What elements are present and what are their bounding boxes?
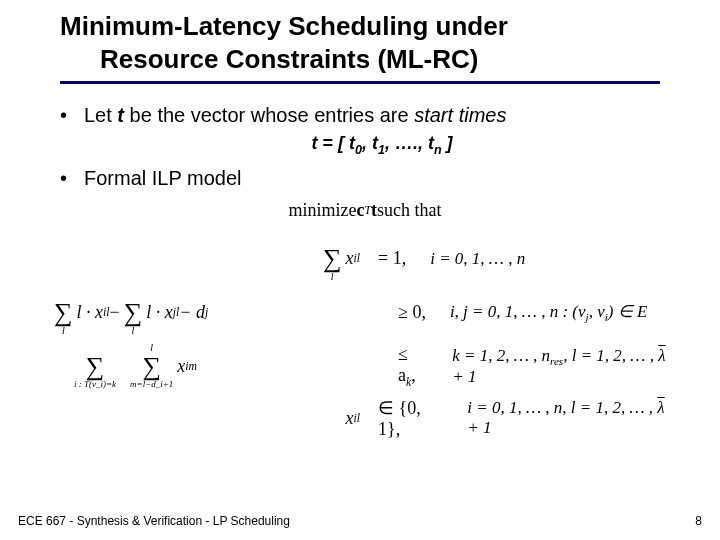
vector-definition: t = [ t0, t1, …., tn ]	[84, 131, 680, 159]
slide: Minimum-Latency Scheduling under Resourc…	[0, 0, 720, 540]
bullet-list: Let t be the vector whose entries are st…	[60, 102, 680, 192]
start-times: start times	[414, 104, 506, 126]
title-line2: Resource Constraints (ML-RC)	[60, 43, 680, 76]
sigma-icon: ∑l	[54, 289, 73, 337]
sigma-icon: ∑i : T(v_i)=k	[74, 343, 116, 391]
slide-title: Minimum-Latency Scheduling under Resourc…	[60, 10, 680, 75]
bullet-2: Formal ILP model	[60, 165, 680, 192]
constraint-1: ∑l xil = 1, i = 0, 1, … , n	[50, 235, 680, 283]
footer: ECE 667 - Synthesis & Verification - LP …	[18, 514, 702, 528]
page-number: 8	[695, 514, 702, 528]
footer-left: ECE 667 - Synthesis & Verification - LP …	[18, 514, 290, 528]
title-line1: Minimum-Latency Scheduling under	[60, 10, 680, 43]
slide-body: Let t be the vector whose entries are st…	[0, 84, 720, 192]
lambda-bar: λ	[658, 346, 665, 366]
math-block: minimize cTt such that ∑l xil = 1, i = 0…	[0, 200, 720, 440]
constraint-3: ∑i : T(v_i)=k l∑m=l−d_i+1 xim ≤ ak, k = …	[50, 343, 680, 391]
sigma-icon: ∑l	[124, 289, 143, 337]
constraint-4: xil ∈ {0, 1}, i = 0, 1, … , n, l = 1, 2,…	[50, 397, 680, 440]
constraint-2: ∑l l · xil − ∑l l · xjl − dj ≥ 0, i, j =…	[50, 289, 680, 337]
bullet-1: Let t be the vector whose entries are st…	[60, 102, 680, 159]
objective-line: minimize cTt such that	[50, 200, 680, 221]
lambda-bar: λ	[657, 398, 664, 418]
sigma-icon: l∑m=l−d_i+1	[130, 343, 173, 391]
sigma-icon: ∑l	[323, 235, 342, 283]
title-block: Minimum-Latency Scheduling under Resourc…	[0, 0, 720, 84]
